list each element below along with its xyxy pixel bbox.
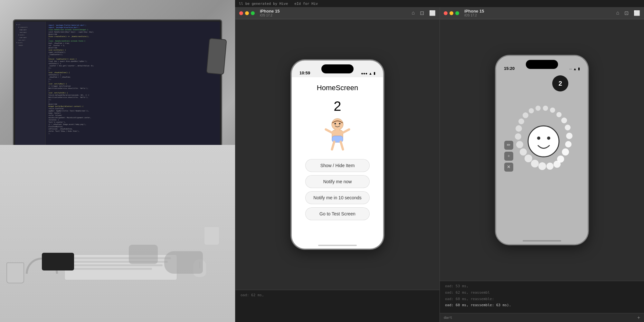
battery-icon-2: ▮ <box>578 67 580 71</box>
sim2-share-icon[interactable]: ⬜ <box>634 10 640 16</box>
svg-point-13 <box>566 133 573 139</box>
sim1-content: 10:59 ●●● ▲ ▮ HomeScreen 2 <box>235 19 440 290</box>
svg-line-8 <box>341 142 343 149</box>
signal-icon: ●●● <box>361 71 367 75</box>
notify-now-button[interactable]: Notify me now <box>305 175 370 188</box>
svg-line-5 <box>326 129 332 133</box>
svg-point-17 <box>550 108 555 113</box>
sim2-maximize-button[interactable] <box>455 11 459 15</box>
svg-point-18 <box>543 106 548 111</box>
desk-phone-prop <box>206 38 227 75</box>
svg-line-7 <box>332 142 334 149</box>
sim1-camera-icon[interactable]: ⊡ <box>420 10 424 16</box>
dart-bar: dart + <box>440 313 644 322</box>
sim1-title: iPhone 15 iOS 17.2 <box>260 9 279 18</box>
sim2-close-button[interactable] <box>444 11 448 15</box>
svg-point-12 <box>565 141 572 147</box>
sim2-traffic-lights <box>444 11 459 15</box>
keyboard <box>64 254 177 280</box>
svg-point-21 <box>523 112 528 118</box>
svg-point-2 <box>339 123 341 125</box>
svg-point-28 <box>531 160 539 167</box>
svg-point-14 <box>565 125 571 130</box>
home-screen-title: HomeScreen <box>317 84 358 92</box>
go-test-button[interactable]: Go to Test Screen <box>305 207 370 220</box>
top-bar-text1: ll be generated by Hive <box>239 2 288 6</box>
show-hide-button[interactable]: Show / Hide Item <box>305 159 370 172</box>
iphone-2-home-indicator <box>523 240 561 242</box>
baby-figure <box>321 117 354 153</box>
sim1-close-button[interactable] <box>239 11 243 15</box>
iphone-1-screen: 10:59 ●●● ▲ ▮ HomeScreen 2 <box>292 61 383 249</box>
left-mug <box>6 262 24 283</box>
home-counter: 2 <box>334 99 341 114</box>
notify-10s-button[interactable]: Notify me in 10 seconds <box>305 191 370 204</box>
svg-point-1 <box>335 123 336 125</box>
svg-point-16 <box>556 112 562 117</box>
svg-point-22 <box>518 118 524 124</box>
sim1-traffic-lights <box>239 11 255 15</box>
coffee-cup <box>204 227 219 245</box>
sim2-titlebar: iPhone 15 iOS 17.2 ⌂ ⊡ ⬜ <box>440 7 644 19</box>
test-screen-content: 15:20 ··· ▲ ▮ 2 ✏ <box>496 56 588 244</box>
log-line-2d: oad: 60 ms, reassemble: 63 ms). <box>445 302 639 308</box>
svg-point-31 <box>554 161 561 168</box>
sim2-minimize-button[interactable] <box>450 11 453 15</box>
person-hand <box>164 251 203 274</box>
svg-point-32 <box>528 126 559 157</box>
iphone-2-body: 15:20 ··· ▲ ▮ 2 ✏ <box>495 55 589 245</box>
wifi-icon: ▲ <box>369 71 372 75</box>
iphone-1-status-icons: ●●● ▲ ▮ <box>361 71 375 75</box>
sim1-maximize-button[interactable] <box>251 11 255 15</box>
log-line-2a: oad: 53 ms, <box>445 283 639 289</box>
sim1-toolbar-icons: ⌂ ⊡ ⬜ <box>412 10 436 16</box>
iphone-1-home-indicator <box>318 245 357 246</box>
sim2-home-icon[interactable]: ⌂ <box>616 10 619 16</box>
svg-point-11 <box>562 148 569 156</box>
top-bar-text2: eId for Hiv <box>294 2 318 6</box>
sim1-minimize-button[interactable] <box>245 11 249 15</box>
svg-point-34 <box>547 137 550 140</box>
log-line-2c: oad: 60 ms, reassemble: <box>445 296 639 302</box>
log-line-2b: oad: 62 ms, reassembl <box>445 289 639 296</box>
iphone-1-body: 10:59 ●●● ▲ ▮ HomeScreen 2 <box>291 60 384 250</box>
sim2-title: iPhone 15 iOS 17.2 <box>464 9 484 18</box>
svg-line-6 <box>343 129 349 133</box>
svg-point-0 <box>332 118 343 130</box>
sim1-share-icon[interactable]: ⬜ <box>429 10 436 16</box>
desk-surface <box>0 145 235 322</box>
svg-point-30 <box>546 163 554 170</box>
black-device <box>42 253 74 270</box>
top-bar: ll be generated by Hive eId for Hiv <box>235 0 644 7</box>
dart-label: dart <box>444 316 452 320</box>
desk-background: ▼ src ▼ components home.dart test.dart ▼… <box>0 0 235 322</box>
simulators-area: ll be generated by Hive eId for Hiv iPho… <box>235 0 644 322</box>
desk-photo-panel: ▼ src ▼ components home.dart test.dart ▼… <box>0 0 235 322</box>
sim2-content: 15:20 ··· ▲ ▮ 2 ✏ <box>440 19 644 281</box>
person-arm <box>129 245 158 264</box>
home-screen-content: HomeScreen 2 <box>292 77 383 249</box>
log-line-1: oad: 62 ms, <box>241 292 434 298</box>
svg-point-20 <box>529 108 534 113</box>
svg-point-29 <box>538 162 546 170</box>
dart-plus-button[interactable]: + <box>637 315 640 321</box>
sim1-titlebar: iPhone 15 iOS 17.2 ⌂ ⊡ ⬜ <box>235 7 440 19</box>
sim1-home-icon[interactable]: ⌂ <box>412 10 415 16</box>
sim1-log-area: oad: 62 ms, <box>235 290 440 322</box>
svg-rect-9 <box>336 129 339 131</box>
wifi-icon-2: ▲ <box>573 67 577 71</box>
svg-point-25 <box>516 141 523 148</box>
iphone-1-dynamic-island <box>321 64 354 73</box>
iphone-2-time: 15:20 <box>504 66 515 71</box>
home-button-group: Show / Hide Item Notify me now Notify me… <box>298 159 377 220</box>
svg-point-33 <box>537 137 540 140</box>
iphone-1-time: 10:59 <box>299 71 310 75</box>
test-screen-svg <box>496 56 588 244</box>
sim2-toolbar-icons: ⌂ ⊡ ⬜ <box>616 10 640 16</box>
iphone-2-dynamic-island <box>526 60 558 69</box>
iphone-2-screen: 15:20 ··· ▲ ▮ 2 ✏ <box>496 56 588 244</box>
svg-point-24 <box>515 133 521 140</box>
svg-point-15 <box>561 118 567 123</box>
iphone-2-status-icons: ··· ▲ ▮ <box>569 67 580 71</box>
sim2-camera-icon[interactable]: ⊡ <box>624 10 629 16</box>
